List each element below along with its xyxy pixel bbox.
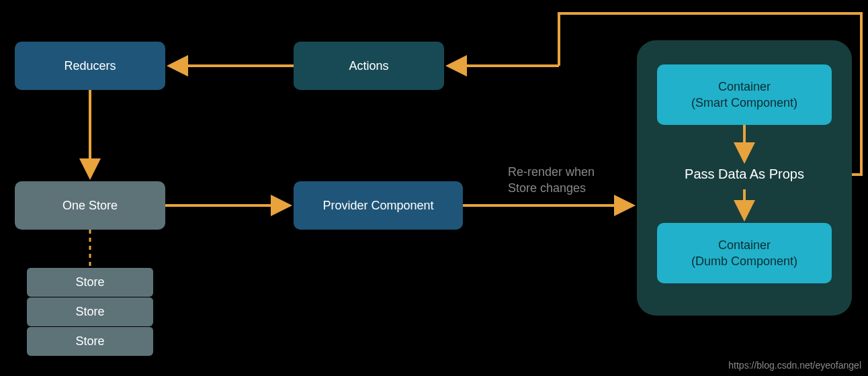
node-label: Container (Dumb Component) [691, 237, 797, 270]
node-smart-container: Container (Smart Component) [657, 64, 832, 125]
node-label: Store [75, 305, 104, 319]
node-label: Reducers [64, 58, 116, 74]
node-actions: Actions [294, 42, 444, 90]
node-provider: Provider Component [294, 181, 463, 230]
node-label: One Store [62, 197, 118, 214]
node-reducers: Reducers [15, 42, 165, 90]
node-store-3: Store [27, 326, 153, 356]
watermark: https://blog.csdn.net/eyeofangel [728, 360, 861, 371]
node-label: Provider Component [322, 197, 433, 214]
node-label: Store [75, 334, 104, 348]
node-one-store: One Store [15, 181, 165, 230]
node-label: Container (Smart Component) [691, 79, 797, 111]
node-label: Store [75, 275, 104, 289]
panel-label: Pass Data As Props [637, 167, 852, 182]
node-label: Actions [349, 58, 388, 74]
edge-label-rerender: Re-render when Store changes [508, 164, 629, 197]
node-store-1: Store [27, 267, 153, 297]
node-store-2: Store [27, 297, 153, 326]
node-dumb-container: Container (Dumb Component) [657, 223, 832, 283]
